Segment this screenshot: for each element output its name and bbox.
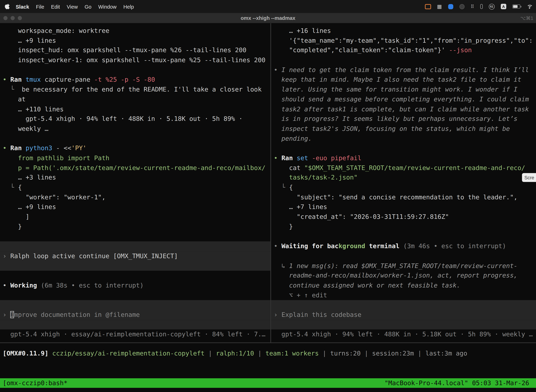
terminal-line: • Waiting for background terminal (3m 46… bbox=[274, 242, 536, 251]
window-titlebar: omx --xhigh --madmax ⌥⌘1 bbox=[0, 13, 536, 23]
terminal-line: readme-and-reco/mailbox/worker-1.json, a… bbox=[274, 271, 536, 281]
terminal-line: … +7 lines bbox=[274, 202, 536, 212]
window-shortcut-hint: ⌥⌘1 bbox=[520, 13, 533, 23]
terminal-line: "completed","claim_token":"claim-token"}… bbox=[274, 46, 536, 55]
terminal-line: cat "$OMX_TEAM_STATE_ROOT/team/review-cu… bbox=[274, 163, 536, 173]
terminal-line: ⌥ + ↑ edit bbox=[274, 290, 536, 300]
status-segment: team:1 workers bbox=[266, 350, 319, 357]
screen-recording-indicator-icon[interactable] bbox=[425, 4, 431, 9]
menu-item-slack[interactable]: Slack bbox=[12, 4, 33, 9]
status-segment: last:3m ago bbox=[425, 350, 467, 357]
status-segment: turns:20 bbox=[330, 350, 361, 357]
terminal-line bbox=[3, 232, 270, 242]
terminal-line bbox=[0, 300, 270, 310]
status-segment: cczip/essay/ai-reimplementation-copyleft bbox=[52, 350, 205, 357]
status-segment: ralph:1/10 bbox=[216, 350, 254, 357]
terminal-line bbox=[274, 232, 536, 242]
status-segment: | bbox=[254, 350, 266, 357]
wifi-icon[interactable] bbox=[526, 4, 533, 9]
screen: SlackFileEditViewGoWindowHelp ▦⠿61A omx … bbox=[0, 0, 536, 392]
menu-item-edit[interactable]: Edit bbox=[48, 4, 63, 9]
omx-status-bar: [OMX#0.11.9] cczip/essay/ai-reimplementa… bbox=[0, 343, 536, 378]
key-pill-icon[interactable] bbox=[480, 4, 483, 9]
terminal-line: • Ran tmux capture-pane -t %25 -p -S -80 bbox=[3, 75, 270, 85]
apple-menu-icon[interactable] bbox=[5, 4, 10, 9]
terminal-line: gpt-5.4 xhigh · essay/ai-reimplementatio… bbox=[3, 330, 270, 339]
terminal-line: from pathlib import Path bbox=[3, 153, 270, 163]
terminal-line bbox=[0, 320, 270, 330]
screen-tooltip: Scre bbox=[522, 173, 536, 182]
terminal-line: task2 after task1 is complete, but can I… bbox=[274, 104, 536, 114]
terminal-line: at bbox=[3, 94, 270, 104]
terminal-line: • Ran set -euo pipefail bbox=[274, 153, 536, 163]
terminal-line: └ { bbox=[274, 183, 536, 192]
terminal-line: … +9 lines bbox=[3, 36, 270, 46]
terminal-line: '{"team_name":"my-team","task_id":"1","f… bbox=[274, 36, 536, 46]
tmux-status-bar: [omx-cczip0:bash* "MacBook-Pro-44.local"… bbox=[0, 378, 536, 388]
terminal-line: ] bbox=[3, 212, 270, 222]
terminal-line: "created_at": "2026-03-31T11:59:27.816Z" bbox=[274, 212, 536, 222]
pane-left[interactable]: workspace_mode: worktree … +9 lines insp… bbox=[0, 23, 270, 342]
terminal-line: weekly … bbox=[3, 124, 270, 134]
terminal-line: • Ran python3 - <<'PY' bbox=[3, 144, 270, 153]
terminal-line: "worker": "worker-1", bbox=[3, 192, 270, 202]
terminal-line bbox=[3, 134, 270, 144]
terminal-line bbox=[0, 242, 270, 251]
terminal-line: • Working (6m 38s • esc to interrupt) bbox=[3, 281, 270, 290]
terminal-line bbox=[274, 251, 536, 261]
apple-logo-icon bbox=[5, 4, 10, 9]
terminal-line: } bbox=[3, 222, 270, 232]
terminal-line: › Ralph loop active continue [OMX_TMUX_I… bbox=[0, 251, 270, 261]
terminal-line: "subject": "send a concise recommendatio… bbox=[274, 192, 536, 202]
terminal-line bbox=[3, 65, 270, 75]
terminal-line: … +110 lines bbox=[3, 104, 270, 114]
prompt-input-line[interactable]: › Explain this codebase bbox=[271, 310, 536, 320]
tmux-session-label: [omx-cczip0:bash* bbox=[3, 378, 67, 388]
terminal-line: continue assigned work or next feasible … bbox=[274, 281, 536, 290]
window-manager-icon[interactable]: ▦ bbox=[437, 3, 442, 9]
menu-item-view[interactable]: View bbox=[63, 4, 81, 9]
terminal-line: gpt-5.4 xhigh · 94% left · 488K in · 5.1… bbox=[274, 330, 536, 339]
window-title: omx --xhigh --madmax bbox=[0, 13, 536, 23]
app-circle-icon[interactable] bbox=[459, 4, 464, 9]
pane-right[interactable]: … +16 lines '{"team_name":"my-team","tas… bbox=[271, 23, 536, 342]
terminal-line bbox=[3, 271, 270, 281]
terminal-line: should send a message before completing … bbox=[274, 94, 536, 104]
terminal-line bbox=[274, 55, 536, 65]
menu-item-help[interactable]: Help bbox=[120, 4, 137, 9]
terminal-line: tasks/task-2.json" bbox=[274, 173, 536, 183]
input-source-icon[interactable]: A bbox=[501, 4, 506, 9]
menu-item-file[interactable]: File bbox=[33, 4, 48, 9]
raycast-icon[interactable] bbox=[448, 4, 453, 9]
status-segment: | bbox=[361, 350, 372, 357]
terminal-line: … +9 lines bbox=[3, 202, 270, 212]
status-segment: | bbox=[414, 350, 425, 357]
terminal-line bbox=[274, 144, 536, 153]
terminal-line: … +16 lines bbox=[274, 26, 536, 36]
terminal-line: inspect_worker-1: omx sparkshell --tmux-… bbox=[3, 55, 270, 65]
terminal-line: later. Using the same for transition mig… bbox=[274, 85, 536, 94]
terminal-line bbox=[0, 261, 270, 271]
status-segment: | bbox=[319, 350, 330, 357]
terminal: workspace_mode: worktree … +9 lines insp… bbox=[0, 23, 536, 342]
tmux-host-time-label: "MacBook-Pro-44.local" 05:03 31-Mar-26 bbox=[384, 378, 529, 388]
terminal-line: … +3 lines bbox=[3, 173, 270, 183]
terminal-line: └ be necessary for the end of the README… bbox=[3, 85, 270, 94]
status-segment bbox=[48, 350, 52, 357]
dots-grid-icon[interactable]: ⠿ bbox=[471, 4, 474, 9]
battery-badge-icon[interactable]: 61 bbox=[489, 4, 495, 9]
terminal-line bbox=[271, 320, 536, 330]
terminal-line bbox=[271, 300, 536, 310]
prompt-input-line[interactable]: › Improve documentation in @filename bbox=[0, 310, 270, 320]
terminal-line: pending. bbox=[274, 134, 536, 144]
terminal-line bbox=[3, 290, 270, 300]
menu-items: SlackFileEditViewGoWindowHelp bbox=[12, 4, 137, 9]
status-segment: | bbox=[205, 350, 216, 357]
menu-bar: SlackFileEditViewGoWindowHelp ▦⠿61A bbox=[0, 0, 536, 13]
menu-status-icons: ▦⠿61A bbox=[425, 0, 532, 13]
terminal-line: gpt-5.4 xhigh · 94% left · 488K in · 5.1… bbox=[3, 114, 270, 124]
status-segment: session:23m bbox=[372, 350, 414, 357]
battery-icon[interactable] bbox=[512, 5, 520, 9]
menu-item-window[interactable]: Window bbox=[95, 4, 120, 9]
menu-item-go[interactable]: Go bbox=[81, 4, 95, 9]
